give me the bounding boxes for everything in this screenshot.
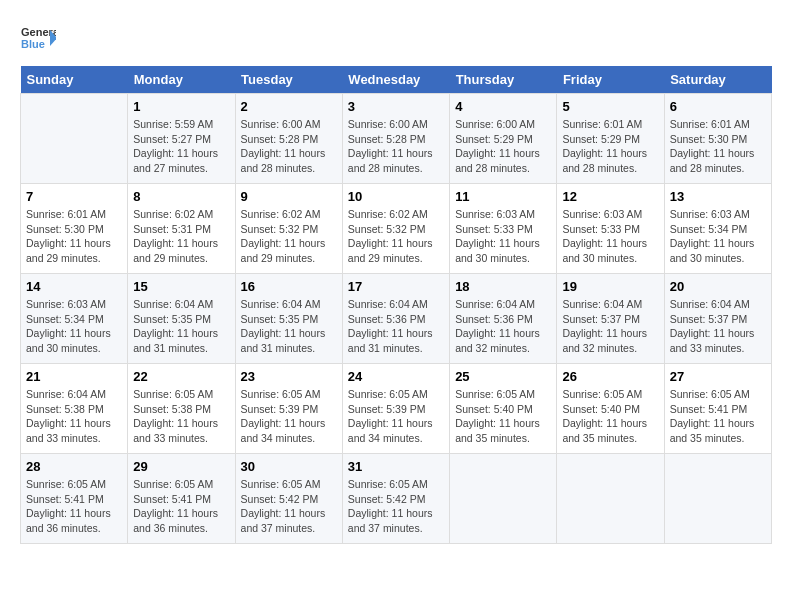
day-info: Sunrise: 6:02 AM Sunset: 5:31 PM Dayligh… xyxy=(133,207,229,266)
calendar-cell: 23Sunrise: 6:05 AM Sunset: 5:39 PM Dayli… xyxy=(235,364,342,454)
day-number: 9 xyxy=(241,189,337,204)
day-number: 28 xyxy=(26,459,122,474)
calendar-cell: 27Sunrise: 6:05 AM Sunset: 5:41 PM Dayli… xyxy=(664,364,771,454)
calendar-cell: 21Sunrise: 6:04 AM Sunset: 5:38 PM Dayli… xyxy=(21,364,128,454)
calendar-cell: 3Sunrise: 6:00 AM Sunset: 5:28 PM Daylig… xyxy=(342,94,449,184)
calendar-table: SundayMondayTuesdayWednesdayThursdayFrid… xyxy=(20,66,772,544)
day-number: 2 xyxy=(241,99,337,114)
day-number: 1 xyxy=(133,99,229,114)
day-number: 22 xyxy=(133,369,229,384)
calendar-cell xyxy=(664,454,771,544)
day-number: 27 xyxy=(670,369,766,384)
logo-icon: General Blue xyxy=(20,20,56,56)
calendar-cell: 10Sunrise: 6:02 AM Sunset: 5:32 PM Dayli… xyxy=(342,184,449,274)
day-number: 14 xyxy=(26,279,122,294)
calendar-cell: 18Sunrise: 6:04 AM Sunset: 5:36 PM Dayli… xyxy=(450,274,557,364)
calendar-cell: 19Sunrise: 6:04 AM Sunset: 5:37 PM Dayli… xyxy=(557,274,664,364)
header-friday: Friday xyxy=(557,66,664,94)
day-info: Sunrise: 6:04 AM Sunset: 5:38 PM Dayligh… xyxy=(26,387,122,446)
calendar-cell: 2Sunrise: 6:00 AM Sunset: 5:28 PM Daylig… xyxy=(235,94,342,184)
day-info: Sunrise: 6:03 AM Sunset: 5:33 PM Dayligh… xyxy=(455,207,551,266)
calendar-cell: 24Sunrise: 6:05 AM Sunset: 5:39 PM Dayli… xyxy=(342,364,449,454)
day-number: 5 xyxy=(562,99,658,114)
day-info: Sunrise: 6:00 AM Sunset: 5:28 PM Dayligh… xyxy=(348,117,444,176)
day-info: Sunrise: 6:05 AM Sunset: 5:39 PM Dayligh… xyxy=(241,387,337,446)
calendar-cell: 14Sunrise: 6:03 AM Sunset: 5:34 PM Dayli… xyxy=(21,274,128,364)
calendar-cell: 15Sunrise: 6:04 AM Sunset: 5:35 PM Dayli… xyxy=(128,274,235,364)
day-info: Sunrise: 6:02 AM Sunset: 5:32 PM Dayligh… xyxy=(348,207,444,266)
calendar-cell: 13Sunrise: 6:03 AM Sunset: 5:34 PM Dayli… xyxy=(664,184,771,274)
header-sunday: Sunday xyxy=(21,66,128,94)
day-info: Sunrise: 5:59 AM Sunset: 5:27 PM Dayligh… xyxy=(133,117,229,176)
calendar-cell: 6Sunrise: 6:01 AM Sunset: 5:30 PM Daylig… xyxy=(664,94,771,184)
day-number: 26 xyxy=(562,369,658,384)
calendar-cell: 25Sunrise: 6:05 AM Sunset: 5:40 PM Dayli… xyxy=(450,364,557,454)
header-saturday: Saturday xyxy=(664,66,771,94)
page-header: General Blue xyxy=(20,20,772,56)
calendar-cell: 11Sunrise: 6:03 AM Sunset: 5:33 PM Dayli… xyxy=(450,184,557,274)
day-info: Sunrise: 6:00 AM Sunset: 5:28 PM Dayligh… xyxy=(241,117,337,176)
svg-text:Blue: Blue xyxy=(21,38,45,50)
day-info: Sunrise: 6:03 AM Sunset: 5:34 PM Dayligh… xyxy=(26,297,122,356)
calendar-header-row: SundayMondayTuesdayWednesdayThursdayFrid… xyxy=(21,66,772,94)
day-number: 23 xyxy=(241,369,337,384)
calendar-cell: 1Sunrise: 5:59 AM Sunset: 5:27 PM Daylig… xyxy=(128,94,235,184)
day-number: 30 xyxy=(241,459,337,474)
day-info: Sunrise: 6:04 AM Sunset: 5:35 PM Dayligh… xyxy=(133,297,229,356)
calendar-cell xyxy=(557,454,664,544)
calendar-cell: 7Sunrise: 6:01 AM Sunset: 5:30 PM Daylig… xyxy=(21,184,128,274)
day-number: 13 xyxy=(670,189,766,204)
calendar-cell xyxy=(450,454,557,544)
day-info: Sunrise: 6:00 AM Sunset: 5:29 PM Dayligh… xyxy=(455,117,551,176)
day-number: 16 xyxy=(241,279,337,294)
day-number: 15 xyxy=(133,279,229,294)
day-info: Sunrise: 6:01 AM Sunset: 5:29 PM Dayligh… xyxy=(562,117,658,176)
day-info: Sunrise: 6:05 AM Sunset: 5:41 PM Dayligh… xyxy=(670,387,766,446)
day-number: 10 xyxy=(348,189,444,204)
day-number: 11 xyxy=(455,189,551,204)
day-number: 12 xyxy=(562,189,658,204)
day-info: Sunrise: 6:04 AM Sunset: 5:37 PM Dayligh… xyxy=(562,297,658,356)
day-info: Sunrise: 6:05 AM Sunset: 5:42 PM Dayligh… xyxy=(348,477,444,536)
day-info: Sunrise: 6:05 AM Sunset: 5:41 PM Dayligh… xyxy=(26,477,122,536)
calendar-cell: 9Sunrise: 6:02 AM Sunset: 5:32 PM Daylig… xyxy=(235,184,342,274)
week-row-2: 7Sunrise: 6:01 AM Sunset: 5:30 PM Daylig… xyxy=(21,184,772,274)
day-number: 7 xyxy=(26,189,122,204)
header-tuesday: Tuesday xyxy=(235,66,342,94)
calendar-cell: 31Sunrise: 6:05 AM Sunset: 5:42 PM Dayli… xyxy=(342,454,449,544)
day-number: 3 xyxy=(348,99,444,114)
calendar-cell: 12Sunrise: 6:03 AM Sunset: 5:33 PM Dayli… xyxy=(557,184,664,274)
day-info: Sunrise: 6:04 AM Sunset: 5:35 PM Dayligh… xyxy=(241,297,337,356)
calendar-cell: 8Sunrise: 6:02 AM Sunset: 5:31 PM Daylig… xyxy=(128,184,235,274)
day-number: 29 xyxy=(133,459,229,474)
day-info: Sunrise: 6:05 AM Sunset: 5:38 PM Dayligh… xyxy=(133,387,229,446)
week-row-1: 1Sunrise: 5:59 AM Sunset: 5:27 PM Daylig… xyxy=(21,94,772,184)
day-info: Sunrise: 6:04 AM Sunset: 5:37 PM Dayligh… xyxy=(670,297,766,356)
calendar-cell: 26Sunrise: 6:05 AM Sunset: 5:40 PM Dayli… xyxy=(557,364,664,454)
day-info: Sunrise: 6:04 AM Sunset: 5:36 PM Dayligh… xyxy=(348,297,444,356)
day-number: 31 xyxy=(348,459,444,474)
day-info: Sunrise: 6:05 AM Sunset: 5:39 PM Dayligh… xyxy=(348,387,444,446)
calendar-cell xyxy=(21,94,128,184)
calendar-cell: 20Sunrise: 6:04 AM Sunset: 5:37 PM Dayli… xyxy=(664,274,771,364)
calendar-cell: 30Sunrise: 6:05 AM Sunset: 5:42 PM Dayli… xyxy=(235,454,342,544)
header-thursday: Thursday xyxy=(450,66,557,94)
day-info: Sunrise: 6:05 AM Sunset: 5:41 PM Dayligh… xyxy=(133,477,229,536)
header-wednesday: Wednesday xyxy=(342,66,449,94)
day-number: 24 xyxy=(348,369,444,384)
day-info: Sunrise: 6:05 AM Sunset: 5:42 PM Dayligh… xyxy=(241,477,337,536)
day-number: 25 xyxy=(455,369,551,384)
day-number: 18 xyxy=(455,279,551,294)
day-info: Sunrise: 6:01 AM Sunset: 5:30 PM Dayligh… xyxy=(670,117,766,176)
calendar-cell: 16Sunrise: 6:04 AM Sunset: 5:35 PM Dayli… xyxy=(235,274,342,364)
day-info: Sunrise: 6:03 AM Sunset: 5:34 PM Dayligh… xyxy=(670,207,766,266)
week-row-5: 28Sunrise: 6:05 AM Sunset: 5:41 PM Dayli… xyxy=(21,454,772,544)
logo-container: General Blue xyxy=(20,20,56,56)
day-number: 8 xyxy=(133,189,229,204)
day-number: 17 xyxy=(348,279,444,294)
calendar-cell: 29Sunrise: 6:05 AM Sunset: 5:41 PM Dayli… xyxy=(128,454,235,544)
calendar-cell: 28Sunrise: 6:05 AM Sunset: 5:41 PM Dayli… xyxy=(21,454,128,544)
calendar-cell: 4Sunrise: 6:00 AM Sunset: 5:29 PM Daylig… xyxy=(450,94,557,184)
week-row-3: 14Sunrise: 6:03 AM Sunset: 5:34 PM Dayli… xyxy=(21,274,772,364)
day-number: 4 xyxy=(455,99,551,114)
